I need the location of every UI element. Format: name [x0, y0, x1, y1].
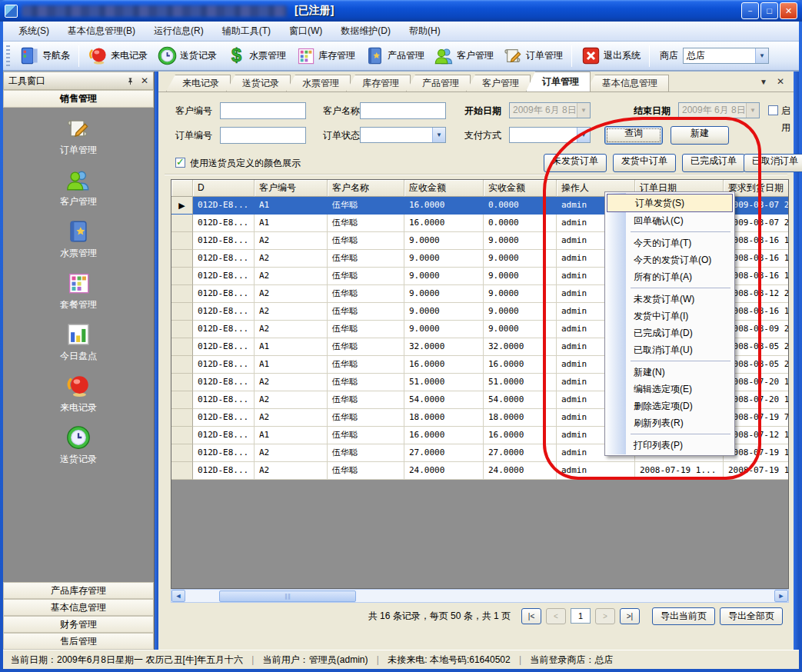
context-menu-item-9[interactable]: 发货中订单(I)	[606, 308, 734, 324]
toolbar-button-6[interactable]: 产品管理	[360, 43, 429, 68]
start-date-picker[interactable]: 2009年 6月 8日 ▼	[509, 102, 591, 118]
menubar-item-7[interactable]: 帮助(H)	[400, 22, 450, 41]
sidebar-item-7[interactable]: 送货记录	[60, 424, 97, 466]
column-header-4[interactable]: 应收金额	[404, 180, 484, 197]
toolbar-button-1[interactable]: 导航条	[15, 43, 75, 68]
column-header-2[interactable]: 客户编号	[255, 180, 328, 197]
pay-method-select[interactable]: ▼	[509, 127, 591, 143]
status-filter-button-2[interactable]: 发货中订单	[613, 154, 676, 172]
context-menu-item-4[interactable]: 今天的订单(T)	[606, 235, 734, 251]
customer-name-input[interactable]	[360, 102, 446, 119]
scroll-left-icon[interactable]: ◄	[171, 590, 185, 602]
close-tool-window-icon[interactable]: ✕	[141, 75, 148, 86]
toolbar-button-4[interactable]: $水票管理	[221, 43, 291, 68]
row-selector-cell[interactable]	[171, 215, 193, 232]
page-number-input[interactable]	[571, 608, 591, 624]
scrollbar-thumb[interactable]	[219, 590, 356, 602]
context-menu-item-18[interactable]: 打印列表(P)	[606, 437, 734, 454]
menubar-item-5[interactable]: 窗口(W)	[280, 22, 331, 41]
sidebar-item-1[interactable]: 订单管理	[60, 115, 97, 157]
maximize-button[interactable]: □	[760, 2, 778, 19]
context-menu-item-13[interactable]: 新建(N)	[606, 364, 734, 381]
prev-page-button[interactable]: <	[546, 608, 566, 624]
enable-dates-checkbox[interactable]	[768, 105, 778, 115]
menubar-item-6[interactable]: 数据维护(D)	[331, 22, 400, 41]
tab-6[interactable]: 客户管理	[466, 75, 531, 91]
context-menu-item-15[interactable]: 删除选定项(D)	[606, 398, 734, 414]
table-row[interactable]: 012D-E8...A2伍华聪24.000024.0000admin2008-0…	[171, 462, 788, 480]
row-selector-cell[interactable]	[171, 338, 193, 356]
order-status-select[interactable]: ▼	[360, 127, 446, 143]
tab-list-chevron-icon[interactable]: ▼	[760, 78, 767, 86]
sidebar-section-2[interactable]: 产品库存管理	[3, 582, 154, 599]
row-selector-cell[interactable]	[171, 409, 193, 427]
status-filter-button-1[interactable]: 未发货订单	[544, 154, 607, 172]
sidebar-section-3[interactable]: 基本信息管理	[3, 599, 154, 616]
menubar-item-4[interactable]: 辅助工具(T)	[213, 22, 280, 41]
pin-icon[interactable]	[126, 77, 135, 85]
context-menu-item-2[interactable]: 回单确认(C)	[606, 212, 734, 229]
sidebar-section-4[interactable]: 财务管理	[3, 616, 154, 633]
column-header-5[interactable]: 实收金额	[484, 180, 557, 197]
tab-1[interactable]: 来电记录	[166, 75, 231, 91]
first-page-button[interactable]: |<	[521, 608, 541, 624]
context-menu-item-14[interactable]: 编辑选定项(E)	[606, 381, 734, 398]
column-header-selector[interactable]	[171, 180, 193, 197]
context-menu-item-1[interactable]: 订单发货(S)	[607, 194, 733, 212]
toolbar-button-3[interactable]: 送货记录	[152, 43, 221, 68]
menubar-item-2[interactable]: 基本信息管理(B)	[58, 22, 145, 41]
toolbar-button-2[interactable]: 来电记录	[83, 43, 152, 68]
row-selector-cell[interactable]	[171, 391, 193, 409]
status-filter-button-3[interactable]: 已完成订单	[682, 154, 745, 172]
chevron-down-icon[interactable]: ▼	[746, 103, 759, 118]
export-current-page-button[interactable]: 导出当前页	[652, 607, 715, 625]
new-button[interactable]: 新建	[671, 126, 729, 145]
chevron-down-icon[interactable]: ▼	[577, 128, 590, 142]
chevron-down-icon[interactable]: ▼	[577, 103, 590, 118]
order-no-input[interactable]	[220, 127, 306, 144]
context-menu-item-11[interactable]: 已取消订单(U)	[606, 341, 734, 358]
context-menu-item-5[interactable]: 今天的发货订单(O)	[606, 251, 734, 268]
sidebar-item-6[interactable]: 来电记录	[60, 373, 97, 414]
scroll-right-icon[interactable]: ►	[774, 590, 788, 602]
next-page-button[interactable]: >	[595, 608, 615, 624]
sidebar-item-5[interactable]: 今日盘点	[60, 321, 97, 363]
chevron-down-icon[interactable]: ▼	[755, 48, 768, 63]
toolbar-grip[interactable]	[6, 45, 10, 67]
tab-8[interactable]: 基本信息管理	[586, 75, 669, 91]
row-selector-cell[interactable]: ▶	[171, 197, 193, 215]
row-selector-cell[interactable]	[171, 427, 193, 444]
row-selector-cell[interactable]	[171, 268, 193, 285]
status-filter-button-4[interactable]: 已取消订单	[744, 154, 802, 172]
row-selector-cell[interactable]	[171, 285, 193, 303]
tab-2[interactable]: 送货记录	[226, 75, 291, 91]
menubar-item-3[interactable]: 运行信息(R)	[145, 22, 213, 41]
sidebar-item-4[interactable]: 套餐管理	[60, 270, 97, 311]
row-selector-cell[interactable]	[171, 374, 193, 391]
customer-no-input[interactable]	[220, 102, 306, 119]
column-header-3[interactable]: 客户名称	[328, 180, 404, 197]
sidebar-section-5[interactable]: 售后管理	[3, 633, 154, 650]
row-selector-cell[interactable]	[171, 232, 193, 250]
row-selector-cell[interactable]	[171, 303, 193, 321]
column-header-1[interactable]: D	[193, 180, 255, 197]
row-selector-cell[interactable]	[171, 321, 193, 338]
end-date-picker[interactable]: 2009年 6月 8日 ▼	[678, 102, 760, 118]
tab-3[interactable]: 水票管理	[286, 75, 351, 91]
row-selector-cell[interactable]	[171, 462, 193, 480]
export-all-pages-button[interactable]: 导出全部页	[720, 607, 783, 625]
minimize-button[interactable]: －	[741, 2, 759, 19]
toolbar-button-9[interactable]: 退出系统	[576, 43, 645, 68]
tab-4[interactable]: 库存管理	[346, 75, 411, 91]
tab-5[interactable]: 产品管理	[406, 75, 471, 91]
toolbar-button-8[interactable]: 订单管理	[498, 43, 567, 68]
sidebar-item-3[interactable]: 水票管理	[60, 218, 97, 260]
courier-color-checkbox[interactable]	[175, 158, 185, 168]
sidebar-item-2[interactable]: 客户管理	[60, 167, 97, 208]
chevron-down-icon[interactable]: ▼	[432, 128, 445, 142]
context-menu-item-6[interactable]: 所有的订单(A)	[606, 268, 734, 285]
row-selector-cell[interactable]	[171, 444, 193, 462]
toolbar-button-5[interactable]: 库存管理	[291, 43, 360, 68]
tab-close-icon[interactable]: ✕	[777, 76, 784, 87]
sidebar-section-sales[interactable]: 销售管理	[3, 90, 154, 108]
